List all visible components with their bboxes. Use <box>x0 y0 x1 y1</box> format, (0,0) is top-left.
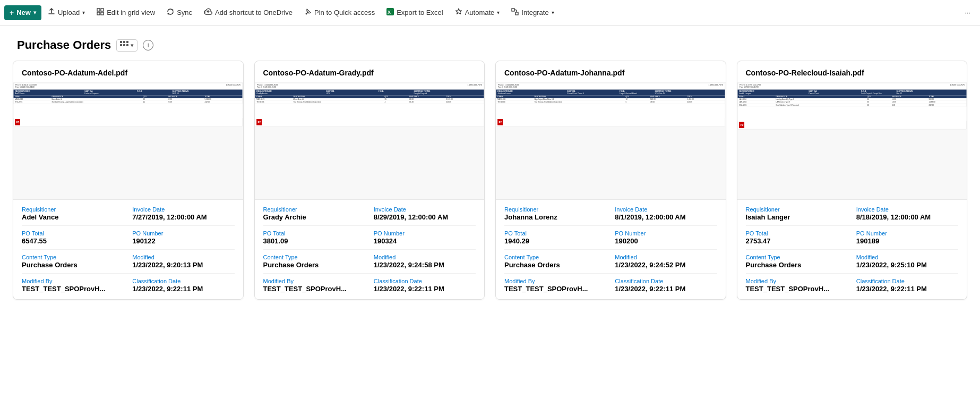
new-chevron-icon: ▾ <box>33 10 36 15</box>
requisitioner-field: Requisitioner Adel Vance <box>22 206 124 221</box>
svg-rect-13 <box>123 44 125 46</box>
pin-button[interactable]: Pin to Quick access <box>299 5 380 20</box>
modified-field: Modified 1/23/2022, 9:20:13 PM <box>132 254 234 269</box>
edit-grid-button[interactable]: Edit in grid view <box>91 5 160 20</box>
more-button[interactable]: ··· <box>959 5 976 20</box>
integrate-chevron-icon: ▾ <box>552 10 554 15</box>
integrate-label: Integrate <box>521 9 548 16</box>
upload-button[interactable]: Upload ▾ <box>42 5 90 20</box>
cards-container: Contoso-PO-Adatum-Adel.pdf Phone: 1 (513… <box>0 61 980 312</box>
content-type-field: Content Type Purchase Orders <box>746 254 848 269</box>
svg-rect-0 <box>97 9 100 11</box>
requisitioner-field: Requisitioner Grady Archie <box>263 206 365 221</box>
svg-rect-7 <box>512 9 514 11</box>
classification-date-field: Classification Date 1/23/2022, 9:22:11 P… <box>132 278 234 293</box>
card-meta: Requisitioner Isaiah Langer Invoice Date… <box>737 200 967 299</box>
document-card-3[interactable]: Contoso-PO-Adatum-Johanna.pdf Phone: 1 (… <box>495 61 726 300</box>
sync-label: Sync <box>177 9 192 16</box>
card-preview: Phone: 1 (513) 555-9100 Fax: 1 (513) 555… <box>496 83 726 200</box>
sync-icon <box>167 8 174 17</box>
card-filename: Contoso-PO-Adatum-Adel.pdf <box>13 61 243 83</box>
card-preview: Phone: 1 (720) 555-1700 Fax: 1 (720) 555… <box>737 83 967 200</box>
document-card-1[interactable]: Contoso-PO-Adatum-Adel.pdf Phone: 1 (513… <box>13 61 244 300</box>
info-icon[interactable]: i <box>143 40 153 50</box>
content-type-field: Content Type Purchase Orders <box>263 254 365 269</box>
card-filename: Contoso-PO-Adatum-Grady.pdf <box>255 61 485 83</box>
automate-chevron-icon: ▾ <box>497 10 500 15</box>
page-title: Purchase Orders <box>17 38 111 52</box>
svg-rect-11 <box>126 41 128 43</box>
po-total-field: PO Total 2753.47 <box>746 230 848 245</box>
upload-label: Upload <box>58 9 80 16</box>
svg-rect-9 <box>120 41 122 43</box>
new-button[interactable]: + New ▾ <box>4 5 41 20</box>
modified-field: Modified 1/23/2022, 9:24:52 PM <box>615 254 717 269</box>
invoice-date-field: Invoice Date 7/27/2019, 12:00:00 AM <box>132 206 234 221</box>
po-total-field: PO Total 1940.29 <box>504 230 606 245</box>
classification-date-field: Classification Date 1/23/2022, 9:22:11 P… <box>374 278 476 293</box>
svg-rect-2 <box>97 12 100 15</box>
po-number-field: PO Number 190324 <box>374 230 476 245</box>
export-label: Export to Excel <box>397 9 443 16</box>
modified-by-field: Modified By TEST_TEST_SPOProvH... <box>263 278 365 293</box>
pin-icon <box>304 8 312 17</box>
svg-rect-8 <box>515 12 518 15</box>
plus-icon: + <box>10 9 14 17</box>
upload-chevron-icon: ▾ <box>82 10 85 15</box>
svg-rect-1 <box>101 9 104 11</box>
more-icon: ··· <box>965 9 970 16</box>
add-shortcut-button[interactable]: Add shortcut to OneDrive <box>199 5 298 20</box>
card-meta: Requisitioner Adel Vance Invoice Date 7/… <box>13 200 243 299</box>
info-symbol: i <box>148 42 149 48</box>
content-type-field: Content Type Purchase Orders <box>22 254 124 269</box>
card-preview: Phone: 1 (513) 555-9100 Fax: 1 (513) 555… <box>13 83 243 200</box>
svg-text:PDF: PDF <box>257 121 261 124</box>
svg-rect-12 <box>120 44 122 46</box>
classification-date-field: Classification Date 1/23/2022, 9:22:11 P… <box>856 278 958 293</box>
po-number-field: PO Number 190189 <box>856 230 958 245</box>
card-filename: Contoso-PO-Adatum-Johanna.pdf <box>496 61 726 83</box>
document-card-4[interactable]: Contoso-PO-Relecloud-Isaiah.pdf Phone: 1… <box>737 61 968 300</box>
toolbar: + New ▾ Upload ▾ Edit in grid view Sync … <box>0 0 980 26</box>
view-chevron-icon: ▾ <box>131 42 134 49</box>
card-meta: Requisitioner Johanna Lorenz Invoice Dat… <box>496 200 726 299</box>
svg-text:PDF: PDF <box>16 121 19 124</box>
integrate-icon <box>511 8 519 17</box>
svg-rect-10 <box>123 41 125 43</box>
integrate-button[interactable]: Integrate ▾ <box>506 5 559 20</box>
modified-field: Modified 1/23/2022, 9:25:10 PM <box>856 254 958 269</box>
svg-text:X: X <box>388 10 391 15</box>
requisitioner-field: Requisitioner Johanna Lorenz <box>504 206 606 221</box>
po-total-field: PO Total 6547.55 <box>22 230 124 245</box>
grid-icon <box>97 8 104 17</box>
modified-by-field: Modified By TEST_TEST_SPOProvH... <box>22 278 124 293</box>
page-header: Purchase Orders ▾ i <box>0 26 980 61</box>
invoice-date-field: Invoice Date 8/18/2019, 12:00:00 AM <box>856 206 958 221</box>
view-toggle[interactable]: ▾ <box>116 39 137 52</box>
export-button[interactable]: X Export to Excel <box>381 5 448 20</box>
onedrive-icon <box>204 8 212 17</box>
invoice-date-field: Invoice Date 8/29/2019, 12:00:00 AM <box>374 206 476 221</box>
po-total-field: PO Total 3801.09 <box>263 230 365 245</box>
po-number-field: PO Number 190200 <box>615 230 717 245</box>
card-preview: Phone: 1 (513) 555-9100 Fax: 1 (513) 555… <box>255 83 485 200</box>
modified-by-field: Modified By TEST_TEST_SPOProvH... <box>746 278 848 293</box>
modified-field: Modified 1/23/2022, 9:24:58 PM <box>374 254 476 269</box>
upload-icon <box>48 8 55 17</box>
automate-button[interactable]: Automate ▾ <box>450 5 505 20</box>
add-shortcut-label: Add shortcut to OneDrive <box>215 9 293 16</box>
pin-label: Pin to Quick access <box>314 9 375 16</box>
sync-button[interactable]: Sync <box>161 5 197 20</box>
new-label: New <box>16 9 31 16</box>
automate-icon <box>455 8 462 17</box>
content-type-field: Content Type Purchase Orders <box>504 254 606 269</box>
classification-date-field: Classification Date 1/23/2022, 9:22:11 P… <box>615 278 717 293</box>
card-meta: Requisitioner Grady Archie Invoice Date … <box>255 200 485 299</box>
requisitioner-field: Requisitioner Isaiah Langer <box>746 206 848 221</box>
svg-rect-3 <box>101 12 104 15</box>
invoice-date-field: Invoice Date 8/1/2019, 12:00:00 AM <box>615 206 717 221</box>
automate-label: Automate <box>465 9 495 16</box>
view-grid-icon <box>120 41 128 50</box>
document-card-2[interactable]: Contoso-PO-Adatum-Grady.pdf Phone: 1 (51… <box>254 61 485 300</box>
po-number-field: PO Number 190122 <box>132 230 234 245</box>
